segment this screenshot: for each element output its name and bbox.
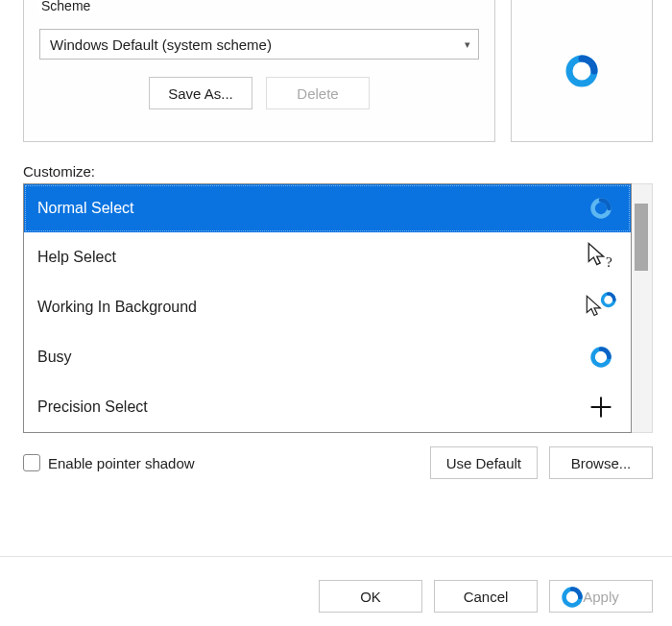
divider <box>0 556 672 557</box>
list-item-label: Working In Background <box>37 299 197 316</box>
busy-ring-icon <box>585 345 617 370</box>
cursor-preview-box <box>511 0 653 142</box>
save-as-button[interactable]: Save As... <box>149 77 252 109</box>
list-item[interactable]: Busy <box>24 332 631 382</box>
busy-ring-icon <box>585 196 617 221</box>
cancel-button[interactable]: Cancel <box>434 580 538 613</box>
list-item-label: Help Select <box>37 249 116 266</box>
list-item-label: Busy <box>37 349 72 366</box>
cursor-list[interactable]: Normal Select Help Select ? Working In B… <box>23 183 632 433</box>
delete-button[interactable]: Delete <box>266 77 370 109</box>
use-default-button[interactable]: Use Default <box>430 446 538 479</box>
customize-label: Customize: <box>23 163 672 180</box>
scheme-group-label: Scheme <box>37 0 94 13</box>
list-item-label: Precision Select <box>37 398 148 416</box>
list-item[interactable]: Working In Background <box>24 282 631 332</box>
checkbox-icon <box>23 454 40 471</box>
scheme-group: Scheme Windows Default (system scheme) ▾… <box>23 0 495 142</box>
chevron-down-icon: ▾ <box>465 38 470 51</box>
list-item[interactable]: Precision Select <box>24 382 631 432</box>
scrollbar[interactable] <box>632 183 653 433</box>
svg-text:?: ? <box>606 253 612 270</box>
browse-button[interactable]: Browse... <box>549 446 653 479</box>
arrow-busy-icon <box>585 291 617 324</box>
arrow-help-icon: ? <box>585 241 617 274</box>
scrollbar-thumb[interactable] <box>635 204 648 271</box>
scheme-dropdown-value: Windows Default (system scheme) <box>50 36 272 53</box>
list-item[interactable]: Help Select ? <box>24 232 631 282</box>
busy-ring-icon <box>563 52 601 90</box>
apply-button[interactable]: Apply <box>549 580 653 613</box>
list-item[interactable]: Normal Select <box>24 184 631 232</box>
apply-label: Apply <box>583 589 619 605</box>
crosshair-icon <box>585 395 617 420</box>
pointer-shadow-checkbox[interactable]: Enable pointer shadow <box>23 454 195 471</box>
ok-button[interactable]: OK <box>319 580 422 613</box>
list-item-label: Normal Select <box>37 200 133 217</box>
scheme-dropdown[interactable]: Windows Default (system scheme) ▾ <box>39 29 479 60</box>
busy-ring-icon <box>560 585 585 610</box>
pointer-shadow-label: Enable pointer shadow <box>48 455 195 471</box>
